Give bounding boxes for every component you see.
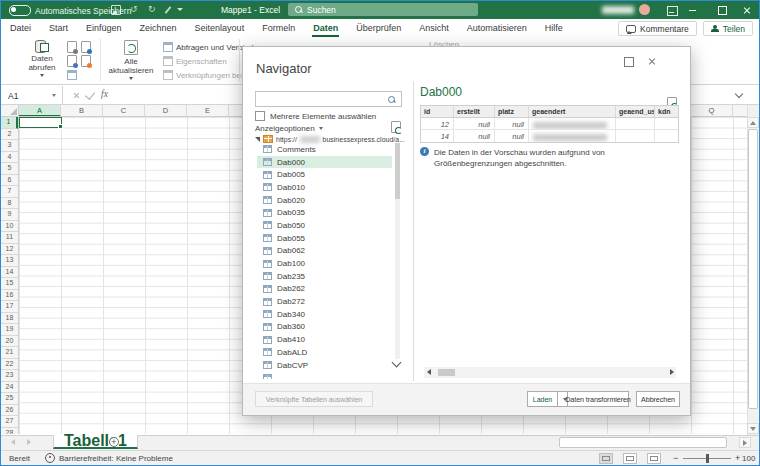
tab-automatisieren[interactable]: Automatisieren <box>458 19 536 37</box>
row-header-1[interactable]: 1 <box>1 117 18 129</box>
row-header-12[interactable]: 12 <box>1 244 18 256</box>
row-header-16[interactable]: 16 <box>1 290 18 302</box>
tab-hilfe[interactable]: Hilfe <box>536 19 572 37</box>
source-url-node[interactable]: https://businessexpress.cloud/a... <box>255 135 405 143</box>
from-table-icon[interactable] <box>67 55 77 67</box>
nav-item-comments[interactable]: Comments <box>257 143 392 156</box>
dialog-close-icon[interactable] <box>648 57 656 65</box>
row-header-3[interactable]: 3 <box>1 140 18 152</box>
row-header-14[interactable]: 14 <box>1 267 18 279</box>
tab-zeichnen[interactable]: Zeichnen <box>131 19 186 37</box>
from-text-csv-icon[interactable] <box>67 41 77 53</box>
nav-item-dab235[interactable]: Dab235 <box>257 270 392 283</box>
sheet-tab-tabelle1[interactable]: Tabelle1 <box>53 435 138 449</box>
nav-item-dab272[interactable]: Dab272 <box>257 295 392 308</box>
from-web-icon[interactable] <box>81 41 91 53</box>
row-header-24[interactable]: 24 <box>1 382 18 394</box>
preview-scroll-right-icon[interactable] <box>670 369 674 375</box>
add-sheet-button[interactable]: + <box>109 437 119 447</box>
scroll-down-button[interactable] <box>747 423 759 434</box>
zoom-slider-knob[interactable] <box>706 454 709 463</box>
search-box[interactable]: Suchen <box>288 3 478 16</box>
row-header-21[interactable]: 21 <box>1 347 18 359</box>
normal-view-icon[interactable] <box>599 453 613 464</box>
save-icon[interactable] <box>111 5 121 15</box>
row-header-6[interactable]: 6 <box>1 175 18 187</box>
cancel-button[interactable]: Abbrechen <box>636 391 680 407</box>
multi-select-row[interactable]: Mehrere Elemente auswählen <box>255 111 376 121</box>
cancel-entry-icon[interactable] <box>73 91 80 98</box>
row-header-19[interactable]: 19 <box>1 324 18 336</box>
nav-item-dab062[interactable]: Dab062 <box>257 245 392 258</box>
row-header-28[interactable]: 28 <box>1 428 18 435</box>
preview-column-platz[interactable]: platz <box>495 106 529 117</box>
nav-item-dab055[interactable]: Dab055 <box>257 232 392 245</box>
undo-icon[interactable]: ↺ <box>130 4 138 14</box>
row-header-10[interactable]: 10 <box>1 221 18 233</box>
nav-item-dab340[interactable]: Dab340 <box>257 308 392 321</box>
preview-column-geaend_usr[interactable]: geaend_usr <box>616 106 655 117</box>
nav-item-dab100[interactable]: Dab100 <box>257 257 392 270</box>
ink-caret-icon[interactable] <box>177 8 183 11</box>
tab-daten[interactable]: Daten <box>304 19 347 37</box>
row-header-13[interactable]: 13 <box>1 255 18 267</box>
vertical-scroll-thumb[interactable] <box>748 129 758 409</box>
redo-icon[interactable]: ↻ <box>148 4 156 14</box>
row-header-11[interactable]: 11 <box>1 232 18 244</box>
tab-datei[interactable]: Datei <box>1 19 40 37</box>
row-header-15[interactable]: 15 <box>1 278 18 290</box>
row-header-20[interactable]: 20 <box>1 336 18 348</box>
share-button[interactable]: Teilen <box>703 21 753 36</box>
list-scroll-down-icon[interactable] <box>392 358 402 368</box>
row-header-9[interactable]: 9 <box>1 209 18 221</box>
column-header-e[interactable]: E <box>187 105 229 117</box>
zoom-out-button[interactable]: − <box>673 453 678 463</box>
prev-sheet-icon[interactable] <box>11 439 15 445</box>
preview-column-kdn[interactable]: kdn <box>655 106 679 117</box>
column-header-d[interactable]: D <box>145 105 187 117</box>
preview-scroll-thumb[interactable] <box>438 369 455 376</box>
accessibility-status[interactable]: Barrierefreiheit: Keine Probleme <box>59 454 173 463</box>
fill-handle[interactable] <box>58 124 63 129</box>
row-header-5[interactable]: 5 <box>1 163 18 175</box>
tab-einfügen[interactable]: Einfügen <box>77 19 131 37</box>
tab-start[interactable]: Start <box>40 19 77 37</box>
existing-connections-icon[interactable] <box>67 70 77 80</box>
refresh-all-button[interactable]: Alle aktualisieren <box>105 40 157 80</box>
dialog-maximize-icon[interactable] <box>624 57 634 67</box>
insert-function-icon[interactable]: fx <box>101 89 108 99</box>
row-header-23[interactable]: 23 <box>1 370 18 382</box>
row-header-2[interactable]: 2 <box>1 129 18 141</box>
row-header-17[interactable]: 17 <box>1 301 18 313</box>
nav-item-dab360[interactable]: Dab360 <box>257 321 392 334</box>
row-header-27[interactable]: 27 <box>1 416 18 428</box>
column-header-c[interactable]: C <box>103 105 145 117</box>
column-header-b[interactable]: B <box>61 105 103 117</box>
preview-column-geaendert[interactable]: geaendert <box>529 106 616 117</box>
avatar[interactable] <box>639 4 650 15</box>
multi-select-checkbox[interactable] <box>255 111 265 121</box>
name-box[interactable]: A1 <box>1 86 63 105</box>
tab-seitenlayout[interactable]: Seitenlayout <box>186 19 254 37</box>
next-sheet-icon[interactable] <box>27 439 31 445</box>
comments-button[interactable]: Kommentare <box>618 21 697 36</box>
row-header-22[interactable]: 22 <box>1 359 18 371</box>
selected-cell-a1[interactable] <box>19 117 62 128</box>
get-data-button[interactable]: Daten abrufen <box>19 40 65 77</box>
nav-item-dab020[interactable]: Dab020 <box>257 194 392 207</box>
ink-pen-icon[interactable] <box>165 6 172 13</box>
column-header-r[interactable]: R <box>733 105 747 117</box>
nav-item-dabcvp[interactable]: DabCVP <box>257 359 392 372</box>
tab-überprüfen[interactable]: Überprüfen <box>347 19 410 37</box>
recent-sources-icon[interactable] <box>81 55 91 67</box>
nav-item-dab262[interactable]: Dab262 <box>257 283 392 296</box>
preview-column-id[interactable]: id <box>421 106 454 117</box>
row-header-25[interactable]: 25 <box>1 393 18 405</box>
minimize-button[interactable] <box>689 10 696 11</box>
nav-item-dab035[interactable]: Dab035 <box>257 206 392 219</box>
navigator-list-scroll-thumb[interactable] <box>395 143 400 199</box>
transform-data-button[interactable]: Daten transformieren <box>567 391 629 407</box>
scroll-right-button[interactable] <box>739 437 751 448</box>
nav-item-dabald[interactable]: DabALD <box>257 346 392 359</box>
zoom-in-button[interactable]: + <box>735 453 740 463</box>
